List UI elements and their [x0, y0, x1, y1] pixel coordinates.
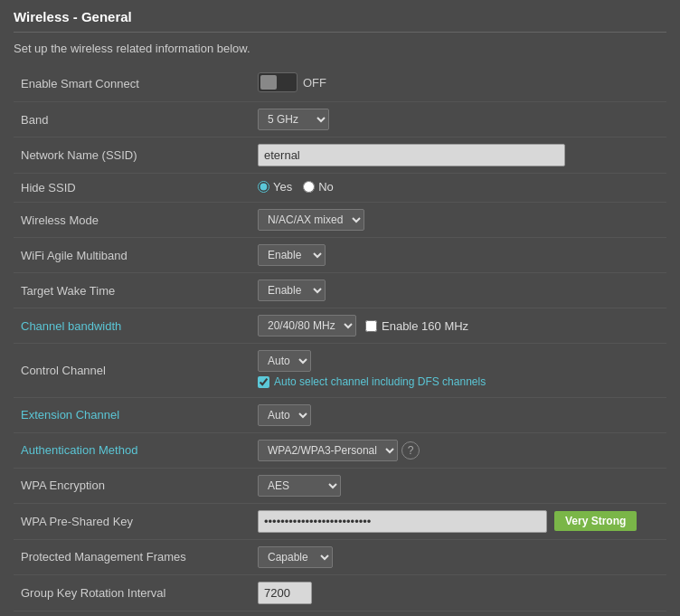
hide-ssid-no-label: No — [318, 180, 334, 194]
table-row: Band 5 GHz 2.4 GHz 6 GHz — [14, 102, 666, 137]
table-row: Network Name (SSID) — [14, 137, 666, 174]
table-row: Wireless Mode N/AC/AX mixed Legacy N onl… — [14, 203, 666, 238]
toggle-knob — [260, 75, 277, 90]
channel-bw-label-text: Channel bandwidth — [21, 319, 121, 333]
table-row: Authentication Method WPA2/WPA3-Personal… — [14, 432, 666, 468]
table-row: Enable Smart Connect OFF — [14, 66, 666, 102]
band-select[interactable]: 5 GHz 2.4 GHz 6 GHz — [258, 109, 329, 130]
enable-160-checkbox[interactable] — [365, 320, 377, 332]
smart-connect-toggle[interactable]: OFF — [258, 72, 326, 92]
table-row: Hide SSID Yes No — [14, 174, 666, 203]
wpa-psk-row: Very Strong — [258, 510, 637, 533]
pmf-select[interactable]: Capable Disable Required — [258, 546, 333, 568]
table-row: Group Key Rotation Interval — [14, 574, 666, 611]
hide-ssid-yes[interactable]: Yes — [258, 180, 292, 194]
band-label: Band — [14, 102, 249, 137]
toggle-state-label: OFF — [303, 76, 326, 90]
pmf-label: Protected Management Frames — [14, 539, 249, 574]
wpa-enc-label: WPA Encryption — [14, 468, 249, 503]
wpa-psk-label: WPA Pre-Shared Key — [14, 503, 249, 539]
smart-connect-label: Enable Smart Connect — [14, 66, 249, 102]
channel-bw-row: 20/40/80 MHz 20 MHz 40 MHz 80 MHz 160 MH… — [258, 315, 468, 336]
ssid-input[interactable] — [258, 144, 565, 166]
target-wake-select[interactable]: Enable Disable — [258, 280, 326, 301]
auth-method-label-text: Authentication Method — [21, 443, 137, 457]
ext-channel-label: Extension Channel — [14, 397, 249, 432]
wireless-mode-label: Wireless Mode — [14, 203, 249, 238]
strength-button[interactable]: Very Strong — [554, 511, 637, 531]
hide-ssid-no-radio[interactable] — [303, 181, 315, 193]
ext-channel-select[interactable]: Auto — [258, 404, 311, 426]
table-row: Target Wake Time Enable Disable — [14, 273, 666, 308]
dfs-checkbox-item[interactable]: Auto select channel including DFS channe… — [258, 375, 486, 388]
control-channel-cell: Auto Auto select channel including DFS c… — [258, 350, 662, 391]
table-row: WPA Encryption AES TKIP TKIP+AES — [14, 468, 666, 503]
table-row: Channel bandwidth 20/40/80 MHz 20 MHz 40… — [14, 308, 666, 344]
hide-ssid-yes-label: Yes — [273, 180, 292, 194]
wifi-agile-select[interactable]: Enable Disable — [258, 244, 326, 266]
enable-160-label: Enable 160 MHz — [382, 319, 468, 333]
table-row: WPA Pre-Shared Key Very Strong — [14, 503, 666, 539]
channel-bw-select[interactable]: 20/40/80 MHz 20 MHz 40 MHz 80 MHz 160 MH… — [258, 315, 356, 336]
table-row: Control Channel Auto Auto select channel… — [14, 344, 666, 398]
channel-bw-label: Channel bandwidth — [14, 308, 249, 344]
hide-ssid-radio-group: Yes No — [258, 180, 334, 194]
table-row: Extension Channel Auto — [14, 397, 666, 432]
dfs-checkbox[interactable] — [258, 376, 269, 388]
auth-method-select[interactable]: WPA2/WPA3-Personal WPA2-Personal WPA3-Pe… — [258, 440, 398, 461]
wpa-psk-input[interactable] — [258, 510, 547, 533]
ext-channel-label-text: Extension Channel — [21, 408, 119, 422]
wpa-enc-select[interactable]: AES TKIP TKIP+AES — [258, 475, 341, 497]
ssid-label: Network Name (SSID) — [14, 137, 249, 174]
target-wake-label: Target Wake Time — [14, 273, 249, 308]
table-row: WiFi Agile Multiband Enable Disable — [14, 238, 666, 273]
table-row: Protected Management Frames Capable Disa… — [14, 539, 666, 574]
control-channel-label: Control Channel — [14, 344, 249, 398]
settings-table: Enable Smart Connect OFF Band 5 GHz — [14, 66, 666, 611]
hide-ssid-yes-radio[interactable] — [258, 181, 269, 193]
page-title: Wireless - General — [14, 9, 666, 24]
hide-ssid-label: Hide SSID — [14, 174, 249, 203]
auth-help-icon[interactable]: ? — [401, 441, 420, 460]
auth-method-label: Authentication Method — [14, 432, 249, 468]
hide-ssid-no[interactable]: No — [303, 180, 334, 194]
dfs-row: Auto select channel including DFS channe… — [258, 375, 662, 391]
control-channel-select[interactable]: Auto — [258, 350, 311, 372]
title-divider — [14, 32, 666, 33]
auth-row: WPA2/WPA3-Personal WPA2-Personal WPA3-Pe… — [258, 440, 420, 461]
group-key-label: Group Key Rotation Interval — [14, 574, 249, 611]
wifi-agile-label: WiFi Agile Multiband — [14, 238, 249, 273]
enable-160-checkbox-item[interactable]: Enable 160 MHz — [365, 319, 468, 333]
wireless-mode-select[interactable]: N/AC/AX mixed Legacy N only AC only AX o… — [258, 209, 364, 231]
dfs-label: Auto select channel including DFS channe… — [274, 375, 486, 388]
group-key-input[interactable] — [258, 582, 312, 604]
page-description: Set up the wireless related information … — [14, 42, 666, 55]
toggle-background[interactable] — [258, 72, 298, 92]
